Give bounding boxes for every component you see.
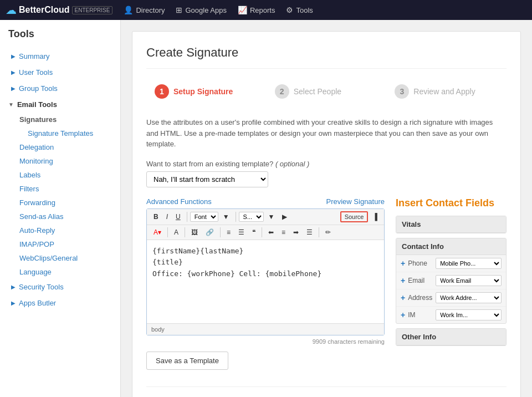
sidebar-item-labels[interactable]: Labels — [0, 168, 120, 182]
address-plus-icon[interactable]: + — [401, 293, 405, 302]
editor-container: Advanced Functions Preview Signature B I… — [146, 197, 507, 370]
editor-line-2: {title} — [152, 257, 378, 268]
toolbar-scrollbar-btn[interactable]: ▐ — [369, 211, 381, 222]
nav-google-apps-label: Google Apps — [185, 6, 226, 14]
toolbar-sep-3 — [167, 227, 168, 237]
sidebar-item-user-tools-label: User Tools — [19, 68, 53, 77]
editor-line-1: {firstName}{lastName} — [152, 246, 378, 257]
email-select[interactable]: Work Email Home Email — [436, 275, 502, 286]
toolbar-source-btn[interactable]: Source — [340, 211, 369, 222]
contact-section-contact-info: Contact Info + Phone Mobile Pho... Work … — [396, 238, 507, 324]
toolbar-image-btn[interactable]: 🖼 — [188, 227, 201, 238]
logo-text: BetterCloud — [19, 5, 70, 15]
footer-buttons: cancel Continue — [146, 386, 507, 398]
toolbar-align-left-btn[interactable]: ⬅ — [265, 227, 277, 238]
nav-google-apps[interactable]: ⊞ Google Apps — [176, 6, 226, 14]
sidebar-item-signature-templates[interactable]: Signature Templates — [0, 126, 120, 140]
toolbar-italic-btn[interactable]: I — [163, 211, 171, 222]
sidebar-item-imap-pop[interactable]: IMAP/POP — [0, 237, 120, 251]
step-2[interactable]: 2 Select People — [267, 80, 387, 103]
sidebar-item-monitoring[interactable]: Monitoring — [0, 154, 120, 168]
editor-toolbar-row1: B I U Font ▼ S... ▼ — [147, 209, 384, 225]
contact-fields-title: Insert Contact Fields — [396, 197, 507, 209]
toolbar-size-select[interactable]: S... — [239, 212, 264, 222]
toolbar-font-down-btn[interactable]: ▼ — [219, 211, 233, 222]
editor-status-label: body — [151, 326, 165, 333]
sidebar-item-forwarding-label: Forwarding — [19, 198, 55, 207]
sidebar-item-apps-butler[interactable]: ▶ Apps Butler — [0, 295, 120, 311]
step-1-num: 1 — [155, 84, 169, 99]
toolbar-more-btn[interactable]: ▶ — [279, 211, 290, 222]
toolbar-align-center-btn[interactable]: ≡ — [278, 227, 289, 238]
sidebar-item-user-tools[interactable]: ▶ User Tools — [0, 64, 120, 80]
group-tools-arrow-icon: ▶ — [11, 85, 16, 91]
toolbar-align-justify-btn[interactable]: ☰ — [303, 227, 316, 238]
step-3[interactable]: 3 Review and Apply — [386, 80, 507, 103]
sidebar-section-email-tools[interactable]: ▼ Email Tools — [0, 96, 120, 113]
step-3-label: Review and Apply — [413, 87, 475, 96]
advanced-functions-link[interactable]: Advanced Functions — [146, 197, 212, 206]
address-select[interactable]: Work Addre... Home Address — [436, 292, 502, 303]
editor-body[interactable]: {firstName}{lastName} {title} Office: {w… — [147, 240, 384, 323]
toolbar-sep-5 — [220, 227, 221, 237]
toolbar-ul-btn[interactable]: ☰ — [235, 227, 248, 238]
steps-container: 1 Setup Signature 2 Select People 3 Revi… — [146, 80, 507, 103]
toolbar-font-color-btn[interactable]: A▾ — [150, 227, 165, 238]
sidebar-item-language[interactable]: Language — [0, 265, 120, 279]
contact-field-address: + Address Work Addre... Home Address — [396, 289, 506, 307]
toolbar-bold-btn[interactable]: B — [150, 211, 162, 222]
email-label: Email — [408, 277, 433, 284]
im-select[interactable]: Work Im... Home IM — [436, 309, 502, 320]
toolbar-pencil-btn[interactable]: ✏ — [322, 227, 334, 238]
toolbar-link-btn[interactable]: 🔗 — [202, 227, 217, 238]
template-row: Want to start from an existing template?… — [146, 160, 507, 187]
nav-directory[interactable]: 👤 Directory — [124, 6, 165, 14]
phone-select[interactable]: Mobile Pho... Work Phone Home Phone — [436, 258, 502, 269]
sidebar-item-signatures[interactable]: Signatures — [0, 113, 120, 126]
security-tools-arrow-icon: ▶ — [11, 284, 16, 290]
editor-left: Advanced Functions Preview Signature B I… — [146, 197, 385, 370]
sidebar-item-imap-pop-label: IMAP/POP — [19, 240, 54, 248]
toolbar-align-right-btn[interactable]: ➡ — [290, 227, 302, 238]
save-template-button[interactable]: Save as a Template — [146, 352, 228, 370]
contact-field-phone: + Phone Mobile Pho... Work Phone Home Ph… — [396, 255, 506, 272]
sidebar-item-security-tools[interactable]: ▶ Security Tools — [0, 279, 120, 295]
step-1[interactable]: 1 Setup Signature — [146, 80, 267, 103]
sidebar-item-security-tools-label: Security Tools — [19, 283, 64, 291]
user-tools-arrow-icon: ▶ — [11, 69, 16, 75]
im-label: IM — [408, 311, 433, 319]
sidebar-item-webclips[interactable]: WebClips/General — [0, 251, 120, 265]
vitals-header: Vitals — [396, 216, 506, 233]
sidebar-item-auto-reply[interactable]: Auto-Reply — [0, 223, 120, 237]
sidebar-item-delegation[interactable]: Delegation — [0, 140, 120, 154]
toolbar-underline-btn[interactable]: U — [172, 211, 184, 222]
sidebar-item-group-tools[interactable]: ▶ Group Tools — [0, 80, 120, 96]
sidebar-item-summary[interactable]: ▶ Summary — [0, 48, 120, 64]
sidebar-section-email-tools-label: Email Tools — [17, 100, 57, 109]
nav-reports[interactable]: 📈 Reports — [238, 6, 275, 14]
sidebar-title: Tools — [0, 28, 120, 48]
contact-field-email: + Email Work Email Home Email — [396, 272, 506, 289]
toolbar-size-down-btn[interactable]: ▼ — [265, 211, 278, 222]
email-plus-icon[interactable]: + — [401, 276, 405, 285]
sidebar-item-send-as-alias[interactable]: Send-as Alias — [0, 210, 120, 223]
preview-signature-link[interactable]: Preview Signature — [326, 197, 385, 206]
toolbar-ol-btn[interactable]: ≡ — [223, 227, 234, 238]
chars-remaining: 9909 characters remaining — [146, 338, 385, 345]
logo: ☁ BetterCloud ENTERPRISE — [6, 3, 112, 17]
sidebar-item-forwarding[interactable]: Forwarding — [0, 196, 120, 210]
contact-field-im: + IM Work Im... Home IM — [396, 307, 506, 323]
nav-tools[interactable]: ⚙ Tools — [286, 6, 313, 14]
tools-icon: ⚙ — [286, 6, 293, 14]
step-1-label: Setup Signature — [173, 87, 233, 96]
toolbar-font-select[interactable]: Font — [190, 212, 218, 222]
toolbar-highlight-btn[interactable]: A — [171, 227, 182, 238]
im-plus-icon[interactable]: + — [401, 311, 405, 319]
template-select[interactable]: Nah, I'll start from scratch Template 1 … — [146, 171, 268, 187]
sidebar-item-filters[interactable]: Filters — [0, 182, 120, 196]
main-content: Create Signature 1 Setup Signature 2 Sel… — [121, 20, 532, 397]
phone-plus-icon[interactable]: + — [401, 259, 405, 268]
sidebar-item-webclips-label: WebClips/General — [19, 254, 78, 262]
toolbar-blockquote-btn[interactable]: ❝ — [249, 227, 259, 238]
reports-icon: 📈 — [238, 6, 247, 14]
